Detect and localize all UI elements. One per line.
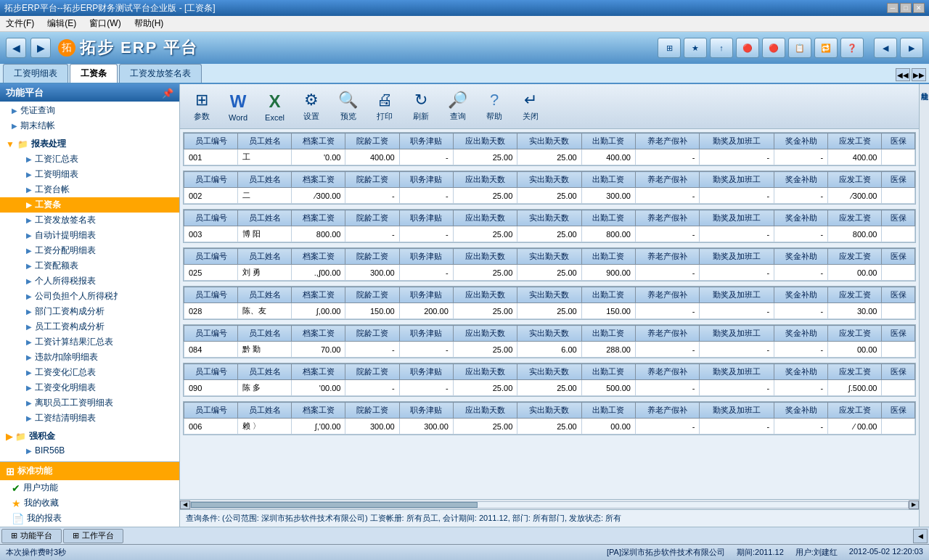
sidebar-item-salary-change-summary[interactable]: ▶ 工资变化汇总表 bbox=[0, 365, 179, 380]
tab-nav-left[interactable]: ◀◀ bbox=[896, 68, 910, 81]
sidebar-item-salary-calc[interactable]: ▶ 工资计算结果汇总表 bbox=[0, 334, 179, 350]
menu-window[interactable]: 窗口(W) bbox=[86, 16, 123, 31]
help-label: 帮助 bbox=[486, 111, 502, 122]
sidebar-label-7: 工资配额表 bbox=[35, 260, 78, 272]
arrow-9: ▶ bbox=[26, 277, 32, 285]
sidebar-item-salary-quota[interactable]: ▶ 工资配额表 bbox=[0, 258, 179, 273]
help-button[interactable]: ? 帮助 bbox=[478, 87, 510, 125]
sidebar-bottom: ⊞ 标准功能 ✔ 用户功能 ★ 我的收藏 📄 我的报表 bbox=[0, 461, 179, 526]
arrow-17: ▶ bbox=[26, 399, 32, 407]
sidebar-item-salary-summary[interactable]: ▶ 工资汇总表 bbox=[0, 152, 179, 167]
menu-edit[interactable]: 编辑(E) bbox=[44, 16, 79, 31]
scroll-thumb[interactable] bbox=[191, 502, 478, 508]
refresh-label: 刷新 bbox=[413, 111, 429, 122]
word-button[interactable]: W Word bbox=[222, 88, 254, 125]
salary-section-6: 员工编号 员工姓名 档案工资 院龄工资 职务津贴 应出勤天数 实出勤天数 出勤工… bbox=[183, 363, 916, 397]
logo-btn-2[interactable]: ★ bbox=[684, 38, 707, 58]
tab-nav-right[interactable]: ▶▶ bbox=[912, 68, 926, 81]
sidebar-item-emp-structure[interactable]: ▶ 员工工资构成分析 bbox=[0, 319, 179, 334]
maximize-button[interactable]: □ bbox=[900, 3, 912, 13]
sidebar-provident-label: 强积金 bbox=[29, 430, 55, 442]
logo-btn-5[interactable]: 🔴 bbox=[762, 38, 785, 58]
sidebar-item-salary-alloc[interactable]: ▶ 工资分配明细表 bbox=[0, 243, 179, 258]
sidebar-collapse-button[interactable]: ◀ bbox=[913, 529, 928, 543]
print-button[interactable]: 🖨 打印 bbox=[369, 87, 401, 125]
col-medical-0: 医保 bbox=[882, 133, 915, 149]
sidebar-item-salary-settle[interactable]: ▶ 工资结清明细表 bbox=[0, 411, 179, 426]
sidebar-item-dept-structure[interactable]: ▶ 部门工资构成分析 bbox=[0, 304, 179, 319]
sidebar-my-reports[interactable]: 📄 我的报表 bbox=[0, 511, 179, 526]
bottom-tab-bar: ⊞ 功能平台 ⊞ 工作平台 ◀ bbox=[0, 527, 929, 544]
logo-btn-7[interactable]: 🔁 bbox=[814, 38, 838, 58]
close-content-button[interactable]: ↵ 关闭 bbox=[515, 87, 547, 125]
bottom-tab-work[interactable]: ⊞ 工作平台 bbox=[63, 529, 123, 543]
logo-btn-4[interactable]: 🔴 bbox=[736, 38, 759, 58]
sidebar-item-salary-change-detail[interactable]: ▶ 工资变化明细表 bbox=[0, 380, 179, 395]
title-text: 拓步ERP平台--拓步ERP财务测试平台企业版 - [工资条] bbox=[4, 2, 216, 15]
logo-btn-10[interactable]: ▶ bbox=[900, 38, 923, 58]
logo-btn-9[interactable]: ◀ bbox=[874, 38, 897, 58]
logo-btn-6[interactable]: 📋 bbox=[788, 38, 811, 58]
logo-icon: 拓 bbox=[58, 39, 75, 57]
tab-salary-detail[interactable]: 工资明细表 bbox=[3, 64, 68, 83]
logo-btn-3[interactable]: ↑ bbox=[710, 38, 733, 58]
sidebar-item-salary-detail[interactable]: ▶ 工资明细表 bbox=[0, 167, 179, 182]
arrow-7: ▶ bbox=[26, 247, 32, 255]
standard-func-label: 标准功能 bbox=[17, 465, 52, 477]
sidebar-item-auto-detail[interactable]: ▶ 自动计提明细表 bbox=[0, 228, 179, 243]
logo-btn-8[interactable]: ❓ bbox=[840, 38, 864, 58]
sidebar-title: 功能平台 bbox=[6, 86, 44, 99]
sidebar-item-tax-report[interactable]: ▶ 个人所得税报表 bbox=[0, 273, 179, 289]
scroll-track[interactable] bbox=[190, 501, 909, 508]
settings-button[interactable]: ⚙ 设置 bbox=[295, 87, 327, 125]
preview-button[interactable]: 🔍 预览 bbox=[332, 87, 364, 125]
nav-back-button[interactable]: ◀ bbox=[6, 38, 26, 58]
sidebar-my-favorites[interactable]: ★ 我的收藏 bbox=[0, 495, 179, 511]
tab-salary-sign[interactable]: 工资发放签名表 bbox=[119, 64, 202, 83]
sidebar-provident-header[interactable]: ▶ 📁 强积金 bbox=[0, 429, 179, 444]
scroll-left-button[interactable]: ◀ bbox=[180, 501, 190, 509]
sidebar-pin-button[interactable]: 📌 bbox=[162, 88, 173, 99]
sidebar-item-salary-slip[interactable]: ▶ 工资条 bbox=[0, 197, 179, 213]
arrow-2: ▶ bbox=[26, 170, 32, 178]
sidebar: 功能平台 📌 ▶ 凭证查询 ▶ 期末结帐 ▼ 📁 报表处理 ▶ bbox=[0, 84, 180, 527]
scroll-right-button[interactable]: ▶ bbox=[909, 501, 919, 509]
sidebar-reports-header[interactable]: ▼ 📁 报表处理 bbox=[0, 136, 179, 152]
tab-salary-slip[interactable]: 工资条 bbox=[70, 64, 118, 83]
minimize-button[interactable]: ─ bbox=[887, 3, 899, 13]
params-button[interactable]: ⊞ 参数 bbox=[186, 87, 218, 125]
folder-reports-icon: 📁 bbox=[17, 139, 28, 149]
cell-should: 25.00 bbox=[453, 149, 517, 165]
content-scroll[interactable]: 员工编号 员工姓名 档案工资 院龄工资 职务津贴 应出勤天数 实出勤天数 出勤工… bbox=[180, 129, 919, 499]
query-condition-text: 查询条件: (公司范围: 深圳市拓步软件技术有限公司) 工资帐册: 所有员工, … bbox=[186, 513, 621, 524]
sidebar-label-2: 工资台帐 bbox=[35, 184, 70, 196]
sidebar-item-company-tax[interactable]: ▶ 公司负担个人所得税扌 bbox=[0, 289, 179, 304]
sidebar-item-penalty[interactable]: ▶ 违款/扣除明细表 bbox=[0, 350, 179, 365]
menu-help[interactable]: 帮助(H) bbox=[131, 16, 167, 31]
table-row: 002 二 ∕300.00 - - 25.00 25.00 300.00 - -… bbox=[184, 188, 915, 204]
horizontal-scrollbar[interactable]: ◀ ▶ bbox=[180, 499, 919, 509]
main-layout: 功能平台 📌 ▶ 凭证查询 ▶ 期末结帐 ▼ 📁 报表处理 ▶ bbox=[0, 84, 929, 527]
sidebar-user-func[interactable]: ✔ 用户功能 bbox=[0, 480, 179, 495]
excel-button[interactable]: X Excel bbox=[258, 88, 291, 125]
refresh-button[interactable]: ↻ 刷新 bbox=[405, 87, 437, 125]
col-bonus-overtime-0: 勤奖及加班工 bbox=[700, 133, 774, 149]
bottom-tab-function[interactable]: ⊞ 功能平台 bbox=[1, 529, 62, 543]
sidebar-item-voucher[interactable]: ▶ 凭证查询 bbox=[0, 103, 179, 118]
sidebar-item-period-close[interactable]: ▶ 期末结帐 bbox=[0, 118, 179, 133]
content-area: ⊞ 参数 W Word X Excel ⚙ 设置 🔍 预览 🖨 打印 bbox=[180, 84, 919, 527]
sidebar-item-bir56b[interactable]: ▶ BIR56B bbox=[0, 444, 179, 457]
table-row: 001 工 '0.00 400.00 - 25.00 25.00 400.00 … bbox=[184, 149, 915, 165]
sidebar-item-salary-ledger[interactable]: ▶ 工资台帐 bbox=[0, 182, 179, 197]
sidebar-item-resigned-salary[interactable]: ▶ 离职员工工资明细表 bbox=[0, 395, 179, 411]
sidebar-item-salary-sign[interactable]: ▶ 工资发放签名表 bbox=[0, 213, 179, 228]
col-h9-1: 勤奖及加班工 bbox=[700, 172, 774, 188]
menu-file[interactable]: 文件(F) bbox=[3, 16, 37, 31]
salary-table-7: 员工编号 员工姓名 档案工资 院龄工资 职务津贴 应出勤天数 实出勤天数 出勤工… bbox=[184, 402, 915, 435]
logo-btn-1[interactable]: ⊞ bbox=[658, 38, 681, 58]
close-window-button[interactable]: ✕ bbox=[913, 3, 925, 13]
sidebar-standard-func[interactable]: ⊞ 标准功能 bbox=[0, 462, 179, 480]
query-button[interactable]: 🔎 查询 bbox=[441, 87, 474, 125]
nav-forward-button[interactable]: ▶ bbox=[30, 38, 51, 58]
sidebar-group-reports: ▼ 📁 报表处理 ▶ 工资汇总表 ▶ 工资明细表 ▶ 工资台帐 ▶ bbox=[0, 135, 179, 427]
